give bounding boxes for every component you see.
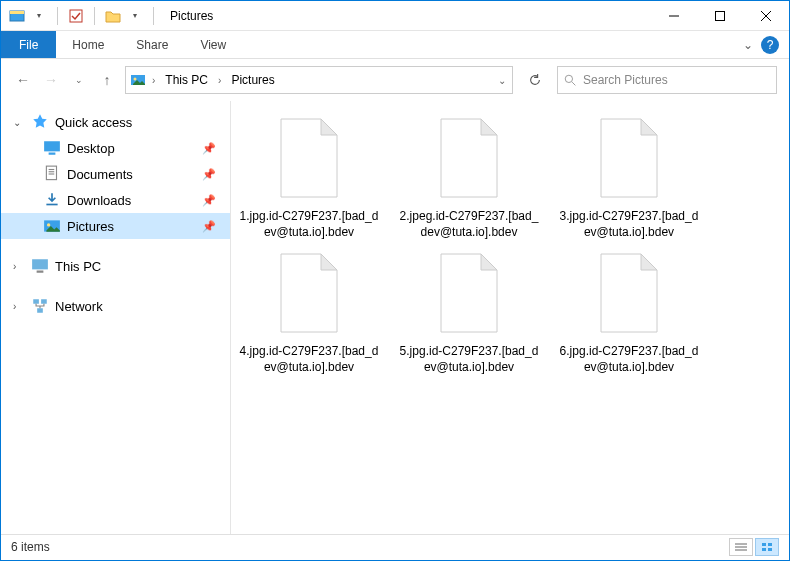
svg-line-10 — [572, 82, 575, 85]
chevron-right-icon[interactable]: › — [13, 301, 25, 312]
maximize-button[interactable] — [697, 1, 743, 31]
breadcrumb-this-pc[interactable]: This PC — [161, 73, 212, 87]
chevron-down-icon[interactable]: ⌄ — [13, 117, 25, 128]
downloads-icon — [43, 192, 61, 208]
chevron-right-icon[interactable]: › — [150, 75, 157, 86]
file-icon — [429, 248, 509, 338]
forward-button[interactable]: → — [41, 70, 61, 90]
large-icons-view-button[interactable] — [755, 538, 779, 556]
refresh-button[interactable] — [521, 66, 549, 94]
file-name-label: 5.jpg.id-C279F237.[bad_dev@tuta.io].bdev — [399, 344, 539, 375]
tree-label: Quick access — [55, 115, 230, 130]
chevron-right-icon[interactable]: › — [216, 75, 223, 86]
address-dropdown-icon[interactable]: ⌄ — [496, 75, 508, 86]
separator — [57, 7, 58, 25]
properties-icon[interactable] — [68, 8, 84, 24]
sidebar-item-downloads[interactable]: Downloads 📌 — [1, 187, 230, 213]
quick-access-toolbar: ▾ ▾ Pictures — [1, 7, 213, 25]
chevron-right-icon[interactable]: › — [13, 261, 25, 272]
tree-network[interactable]: › Network — [1, 293, 230, 319]
svg-rect-11 — [44, 141, 60, 151]
svg-rect-1 — [10, 11, 24, 14]
tab-view[interactable]: View — [184, 31, 242, 58]
tree-quick-access[interactable]: ⌄ Quick access — [1, 109, 230, 135]
pin-icon: 📌 — [202, 220, 230, 233]
expand-ribbon-icon[interactable]: ⌄ — [743, 38, 753, 52]
item-count: 6 items — [11, 540, 50, 554]
sidebar-item-documents[interactable]: Documents 📌 — [1, 161, 230, 187]
svg-rect-30 — [762, 548, 766, 551]
statusbar: 6 items — [1, 534, 789, 558]
help-icon[interactable]: ? — [761, 36, 779, 54]
file-icon — [269, 113, 349, 203]
titlebar: ▾ ▾ Pictures — [1, 1, 789, 31]
file-name-label: 2.jpeg.id-C279F237.[bad_dev@tuta.io].bde… — [399, 209, 539, 240]
close-button[interactable] — [743, 1, 789, 31]
tab-share[interactable]: Share — [120, 31, 184, 58]
svg-rect-29 — [768, 543, 772, 546]
svg-rect-2 — [70, 10, 82, 22]
tree-label: Desktop — [67, 141, 196, 156]
qat-dropdown2-icon[interactable]: ▾ — [127, 8, 143, 24]
svg-rect-21 — [37, 271, 44, 273]
tree-label: Pictures — [67, 219, 196, 234]
file-tab[interactable]: File — [1, 31, 56, 58]
svg-point-19 — [47, 223, 50, 226]
file-list[interactable]: 1.jpg.id-C279F237.[bad_dev@tuta.io].bdev… — [231, 101, 789, 534]
pin-icon: 📌 — [202, 194, 230, 207]
back-button[interactable]: ← — [13, 70, 33, 90]
explorer-icon — [9, 8, 25, 24]
minimize-button[interactable] — [651, 1, 697, 31]
search-placeholder: Search Pictures — [583, 73, 668, 87]
window-controls — [651, 1, 789, 31]
file-icon — [429, 113, 509, 203]
pin-icon: 📌 — [202, 168, 230, 181]
svg-rect-31 — [768, 548, 772, 551]
file-name-label: 3.jpg.id-C279F237.[bad_dev@tuta.io].bdev — [559, 209, 699, 240]
tree-label: Network — [55, 299, 230, 314]
file-item[interactable]: 3.jpg.id-C279F237.[bad_dev@tuta.io].bdev — [559, 113, 699, 240]
ribbon: File Home Share View ⌄ ? — [1, 31, 789, 59]
sidebar-item-desktop[interactable]: Desktop 📌 — [1, 135, 230, 161]
file-item[interactable]: 4.jpg.id-C279F237.[bad_dev@tuta.io].bdev — [239, 248, 379, 375]
quick-access-star-icon — [31, 114, 49, 130]
file-item[interactable]: 5.jpg.id-C279F237.[bad_dev@tuta.io].bdev — [399, 248, 539, 375]
search-input[interactable]: Search Pictures — [557, 66, 777, 94]
sidebar-item-pictures[interactable]: Pictures 📌 — [1, 213, 230, 239]
tree-label: This PC — [55, 259, 230, 274]
recent-dropdown-icon[interactable]: ⌄ — [69, 70, 89, 90]
file-name-label: 6.jpg.id-C279F237.[bad_dev@tuta.io].bdev — [559, 344, 699, 375]
separator — [94, 7, 95, 25]
navigation-pane: ⌄ Quick access Desktop 📌 Documents 📌 Dow… — [1, 101, 231, 534]
pin-icon: 📌 — [202, 142, 230, 155]
folder-qat-icon[interactable] — [105, 8, 121, 24]
svg-rect-22 — [33, 299, 39, 304]
search-icon — [564, 74, 577, 87]
file-name-label: 1.jpg.id-C279F237.[bad_dev@tuta.io].bdev — [239, 209, 379, 240]
window-title: Pictures — [170, 9, 213, 23]
desktop-icon — [43, 140, 61, 156]
svg-rect-20 — [32, 259, 48, 269]
file-item[interactable]: 6.jpg.id-C279F237.[bad_dev@tuta.io].bdev — [559, 248, 699, 375]
svg-rect-28 — [762, 543, 766, 546]
tab-home[interactable]: Home — [56, 31, 120, 58]
separator — [153, 7, 154, 25]
file-icon — [589, 248, 669, 338]
tree-this-pc[interactable]: › This PC — [1, 253, 230, 279]
up-button[interactable]: ↑ — [97, 70, 117, 90]
svg-rect-23 — [41, 299, 47, 304]
svg-point-8 — [134, 78, 137, 81]
tree-label: Documents — [67, 167, 196, 182]
file-item[interactable]: 2.jpeg.id-C279F237.[bad_dev@tuta.io].bde… — [399, 113, 539, 240]
svg-rect-4 — [716, 11, 725, 20]
svg-point-9 — [565, 75, 572, 82]
file-icon — [269, 248, 349, 338]
file-icon — [589, 113, 669, 203]
file-item[interactable]: 1.jpg.id-C279F237.[bad_dev@tuta.io].bdev — [239, 113, 379, 240]
details-view-button[interactable] — [729, 538, 753, 556]
pictures-location-icon — [130, 72, 146, 88]
qat-dropdown-icon[interactable]: ▾ — [31, 8, 47, 24]
svg-rect-24 — [37, 308, 43, 313]
address-bar[interactable]: › This PC › Pictures ⌄ — [125, 66, 513, 94]
breadcrumb-pictures[interactable]: Pictures — [227, 73, 278, 87]
